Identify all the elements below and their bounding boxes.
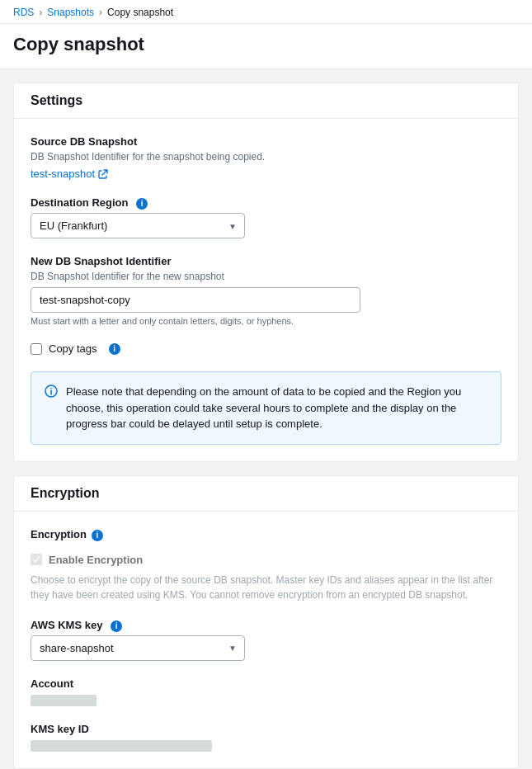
destination-region-label: Destination Region i [31,196,501,210]
destination-region-field: Destination Region i EU (Frankfurt)US Ea… [31,196,501,238]
info-circle-icon [45,384,58,398]
encryption-info[interactable]: i [92,530,103,541]
destination-region-select-wrapper: EU (Frankfurt)US East (N. Virginia)US We… [31,213,245,238]
aws-kms-key-label: AWS KMS key i [31,619,501,632]
breadcrumb-sep-1: › [39,7,42,18]
settings-section-body: Source DB Snapshot DB Snapshot Identifie… [14,119,518,461]
enable-encryption-field: Enable Encryption Choose to encrypt the … [31,554,501,602]
aws-kms-key-field: AWS KMS key i share-snapshot ▼ [31,619,501,661]
copy-tags-row: Copy tags i [31,342,501,355]
enable-encryption-label: Enable Encryption [49,554,143,566]
source-db-snapshot-field: Source DB Snapshot DB Snapshot Identifie… [31,135,501,180]
new-db-snapshot-identifier-label: New DB Snapshot Identifier [31,255,501,267]
settings-info-box-text: Please note that depending on the amount… [66,384,487,432]
encryption-section-header: Encryption [14,476,518,512]
destination-region-info[interactable]: i [136,198,148,210]
enable-encryption-checkbox [31,554,42,565]
encryption-field-label: Encryption [31,528,87,540]
settings-section: Settings Source DB Snapshot DB Snapshot … [13,83,519,462]
destination-region-select[interactable]: EU (Frankfurt)US East (N. Virginia)US We… [31,213,245,238]
copy-tags-field: Copy tags i [31,342,501,355]
breadcrumb-snapshots[interactable]: Snapshots [47,7,94,18]
breadcrumb-sep-2: › [99,7,102,18]
breadcrumb: RDS › Snapshots › Copy snapshot [0,0,532,24]
kms-key-id-value [31,740,212,752]
account-value [31,695,97,706]
svg-point-1 [50,388,52,389]
enable-encryption-row: Enable Encryption [31,554,501,566]
encryption-label-row: Encryption i [31,528,501,544]
external-link-icon [98,169,108,179]
new-db-snapshot-identifier-hint: Must start with a letter and only contai… [31,316,501,326]
page-title: Copy snapshot [0,24,532,69]
encryption-section: Encryption Encryption i Enable Encryptio… [13,475,519,769]
enable-encryption-description: Choose to encrypt the copy of the source… [31,573,501,602]
page-container: RDS › Snapshots › Copy snapshot Copy sna… [0,0,532,769]
breadcrumb-current: Copy snapshot [107,7,173,18]
source-db-snapshot-link[interactable]: test-snapshot [31,167,108,180]
copy-tags-info[interactable]: i [109,343,120,355]
settings-section-header: Settings [14,83,518,119]
aws-kms-key-select-wrapper: share-snapshot ▼ [31,635,245,661]
new-db-snapshot-identifier-input[interactable] [31,287,360,313]
new-db-snapshot-identifier-field: New DB Snapshot Identifier DB Snapshot I… [31,255,501,326]
source-db-snapshot-description: DB Snapshot Identifier for the snapshot … [31,151,501,163]
settings-info-box: Please note that depending on the amount… [31,371,501,445]
account-field: Account [31,677,501,706]
copy-tags-checkbox[interactable] [31,343,42,355]
account-label: Account [31,677,501,690]
content-area: Settings Source DB Snapshot DB Snapshot … [0,69,532,769]
source-db-snapshot-label: Source DB Snapshot [31,135,501,148]
encryption-section-body: Encryption i Enable Encryption Choose to… [14,512,518,768]
new-db-snapshot-identifier-description: DB Snapshot Identifier for the new snaps… [31,271,501,282]
copy-tags-label[interactable]: Copy tags [49,342,97,355]
aws-kms-key-info[interactable]: i [111,620,122,632]
breadcrumb-rds[interactable]: RDS [13,7,34,18]
aws-kms-key-select[interactable]: share-snapshot [31,635,245,661]
kms-key-id-label: KMS key ID [31,723,501,735]
kms-key-id-field: KMS key ID [31,723,501,752]
